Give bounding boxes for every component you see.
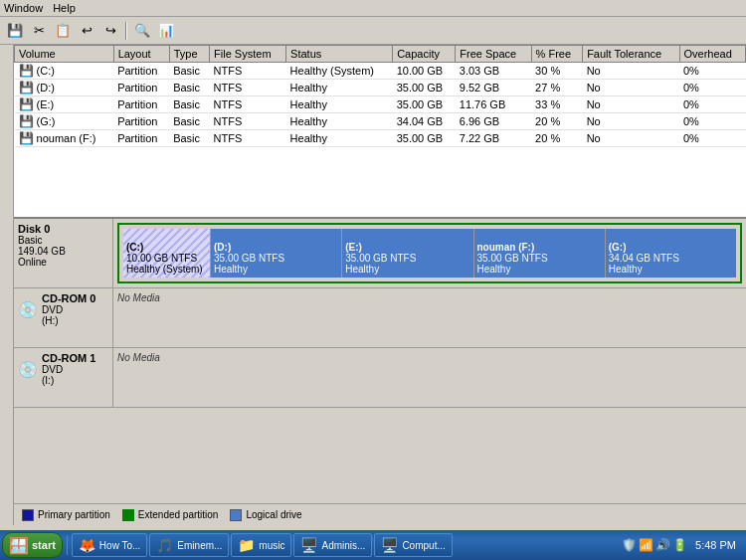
part-g-size: 34.04 GB NTFS [609, 253, 733, 264]
col-capacity[interactable]: Capacity [393, 46, 456, 63]
cell-status: Healthy [286, 130, 393, 147]
col-type[interactable]: Type [169, 46, 209, 63]
part-g-label: (G:) [609, 242, 733, 253]
start-button[interactable]: 🪟 start [2, 532, 63, 558]
taskbar-label-4: Comput... [402, 540, 445, 551]
system-clock: 5:48 PM [691, 537, 740, 553]
taskbar-label-0: How To... [99, 540, 141, 551]
col-fs[interactable]: File System [210, 46, 286, 63]
cdrom0-status: No Media [117, 292, 160, 303]
toolbar-chart[interactable]: 📊 [155, 20, 177, 42]
cell-pct: 27 % [531, 80, 583, 96]
taskbar-icon-4: 🖥️ [381, 537, 398, 553]
cdrom0-info: 💿 CD-ROM 0 DVD (H:) [14, 288, 113, 347]
part-g-status: Healthy [609, 264, 733, 275]
toolbar-copy[interactable]: 📋 [52, 20, 74, 42]
menu-window[interactable]: Window [4, 2, 43, 14]
taskbar-item-4[interactable]: 🖥️ Comput... [374, 533, 452, 557]
col-volume[interactable]: Volume [15, 46, 114, 63]
cdrom0-name: CD-ROM 0 [42, 292, 95, 304]
taskbar-icon-3: 🖥️ [300, 537, 317, 553]
legend-primary: Primary partition [22, 509, 110, 521]
taskbar-label-1: Eminem... [177, 540, 222, 551]
cell-type: Basic [169, 130, 209, 147]
cell-volume: 💾 (E:) [15, 96, 114, 113]
table-row[interactable]: 💾 nouman (F:) Partition Basic NTFS Healt… [15, 130, 746, 147]
cell-pct: 20 % [531, 130, 583, 147]
part-c-status: Healthy (System) [126, 264, 207, 275]
toolbar-cut[interactable]: ✂ [28, 20, 50, 42]
volume-table-area: Volume Layout Type File System Status Ca… [14, 45, 746, 219]
cell-overhead: 0% [679, 113, 746, 130]
part-c-label: (C:) [126, 242, 207, 253]
taskbar-item-3[interactable]: 🖥️ Adminis... [293, 533, 372, 557]
toolbar-undo[interactable]: ↩ [76, 20, 97, 42]
cell-fault: No [583, 96, 679, 113]
col-status[interactable]: Status [286, 46, 393, 63]
disk0-partitions: (C:) 10.00 GB NTFS Healthy (System) (D:)… [117, 223, 742, 283]
cdrom1-status: No Media [117, 352, 160, 363]
systray-volume[interactable]: 🔊 [655, 538, 670, 552]
cdrom1-letter: (I:) [42, 375, 95, 386]
cell-type: Basic [169, 96, 209, 113]
table-row[interactable]: 💾 (E:) Partition Basic NTFS Healthy 35.0… [15, 96, 746, 113]
part-c-size: 10.00 GB NTFS [126, 253, 207, 264]
table-row[interactable]: 💾 (G:) Partition Basic NTFS Healthy 34.0… [15, 113, 746, 130]
col-layout[interactable]: Layout [113, 46, 169, 63]
part-d-status: Healthy [214, 264, 338, 275]
legend-logical-box [230, 509, 242, 521]
disk0-info: Disk 0 Basic 149.04 GB Online [14, 219, 113, 287]
toolbar-search[interactable]: 🔍 [131, 20, 153, 42]
partition-g[interactable]: (G:) 34.04 GB NTFS Healthy [606, 229, 736, 278]
systray-security: 🛡️ [622, 538, 637, 552]
menu-help[interactable]: Help [53, 2, 76, 14]
disk0-row: Disk 0 Basic 149.04 GB Online (C:) 10.00… [14, 219, 746, 288]
partition-c[interactable]: (C:) 10.00 GB NTFS Healthy (System) [123, 229, 211, 278]
cell-fs: NTFS [210, 130, 286, 147]
cell-free: 11.76 GB [456, 96, 531, 113]
partition-f[interactable]: nouman (F:) 35.00 GB NTFS Healthy [474, 229, 606, 278]
cell-overhead: 0% [679, 96, 746, 113]
cell-capacity: 10.00 GB [393, 63, 456, 80]
table-row[interactable]: 💾 (C:) Partition Basic NTFS Healthy (Sys… [15, 63, 746, 80]
cell-capacity: 35.00 GB [393, 80, 456, 96]
toolbar-redo[interactable]: ↪ [99, 20, 121, 42]
taskbar-item-2[interactable]: 📁 music [231, 533, 291, 557]
taskbar-item-0[interactable]: 🦊 How To... [72, 533, 148, 557]
cell-status: Healthy (System) [286, 63, 393, 80]
disk0-status: Online [18, 257, 108, 268]
cell-fs: NTFS [210, 63, 286, 80]
cell-overhead: 0% [679, 63, 746, 80]
col-free[interactable]: Free Space [456, 46, 531, 63]
toolbar-save[interactable]: 💾 [4, 20, 26, 42]
cell-capacity: 35.00 GB [393, 130, 456, 147]
partition-d[interactable]: (D:) 35.00 GB NTFS Healthy [211, 229, 342, 278]
part-f-status: Healthy [477, 264, 602, 275]
content-area: Volume Layout Type File System Status Ca… [14, 45, 746, 525]
col-pct[interactable]: % Free [531, 46, 583, 63]
left-sidebar [0, 45, 14, 525]
cdrom1-info: 💿 CD-ROM 1 DVD (I:) [14, 348, 113, 407]
disk0-name: Disk 0 [18, 223, 108, 235]
part-f-size: 35.00 GB NTFS [477, 253, 602, 264]
legend-extended: Extended partition [122, 509, 219, 521]
taskbar-right: 🛡️ 📶 🔊 🔋 5:48 PM [622, 537, 744, 553]
cell-volume: 💾 (D:) [15, 80, 114, 96]
col-fault[interactable]: Fault Tolerance [583, 46, 679, 63]
partition-e[interactable]: (E:) 35.00 GB NTFS Healthy [342, 229, 473, 278]
cell-fs: NTFS [210, 96, 286, 113]
cell-capacity: 35.00 GB [393, 96, 456, 113]
disk0-type: Basic [18, 235, 108, 246]
systray-power: 🔋 [672, 538, 687, 552]
taskbar-sep1 [67, 535, 68, 555]
toolbar-separator [125, 22, 127, 40]
menubar: Window Help [0, 0, 746, 17]
table-row[interactable]: 💾 (D:) Partition Basic NTFS Healthy 35.0… [15, 80, 746, 96]
col-overhead[interactable]: Overhead [679, 46, 746, 63]
cell-free: 7.22 GB [456, 130, 531, 147]
cdrom1-body: No Media [113, 348, 746, 407]
legend-primary-label: Primary partition [38, 509, 110, 520]
part-e-label: (E:) [345, 242, 469, 253]
cell-overhead: 0% [679, 130, 746, 147]
taskbar-item-1[interactable]: 🎵 Eminem... [149, 533, 229, 557]
